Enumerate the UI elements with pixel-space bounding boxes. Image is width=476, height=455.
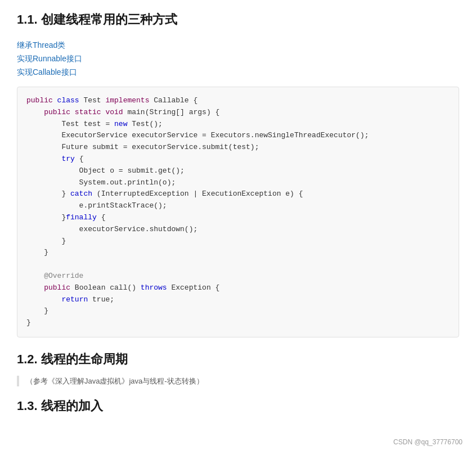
section-1: 1.1. 创建线程常用的三种方式 继承Thread类 实现Runnable接口 … [17, 11, 459, 337]
links-section: 继承Thread类 实现Runnable接口 实现Callable接口 [17, 40, 459, 78]
code-line-10: e.printStackTrace(); [26, 201, 167, 210]
code-line-9: } catch (InterruptedException | Executio… [26, 190, 303, 198]
code-line-19: } [26, 307, 48, 315]
link-runnable[interactable]: 实现Runnable接口 [17, 54, 459, 64]
section-1-title: 1.1. 创建线程常用的三种方式 [17, 11, 459, 31]
section-3: 1.3. 线程的加入 [17, 398, 459, 415]
code-line-18: return true; [26, 295, 114, 304]
watermark: CSDN @qq_37776700 [393, 438, 462, 446]
code-line-17: public Boolean call() throws Exception { [26, 283, 219, 292]
section-2-title: 1.2. 线程的生命周期 [17, 351, 459, 368]
section-2: 1.2. 线程的生命周期 （参考《深入理解Java虚拟机》java与线程-状态转… [17, 351, 459, 387]
blockquote-ref: （参考《深入理解Java虚拟机》java与线程-状态转换） [17, 376, 459, 387]
code-block-1: public class Test implements Callable { … [17, 87, 459, 337]
code-line-7: Object o = submit.get(); [26, 166, 185, 175]
code-line-20: } [26, 318, 31, 327]
link-thread[interactable]: 继承Thread类 [17, 40, 459, 51]
section-3-title: 1.3. 线程的加入 [17, 398, 459, 415]
code-line-14: } [26, 248, 48, 256]
code-line-4: ExecutorService executorService = Execut… [26, 131, 369, 139]
code-line-5: Future submit = executorService.submit(t… [26, 143, 259, 151]
code-line-2: public static void main(String[] args) { [26, 108, 219, 116]
code-line-1: public class Test implements Callable { [26, 96, 197, 105]
code-line-12: executorService.shutdown(); [26, 225, 197, 233]
code-line-16: @Override [26, 272, 83, 280]
code-line-8: System.out.println(o); [26, 178, 176, 187]
code-line-11: }finally { [26, 213, 105, 222]
code-line-13: } [26, 237, 66, 245]
link-callable[interactable]: 实现Callable接口 [17, 67, 459, 78]
code-line-6: try { [26, 155, 83, 163]
code-line-3: Test test = new Test(); [26, 120, 163, 128]
